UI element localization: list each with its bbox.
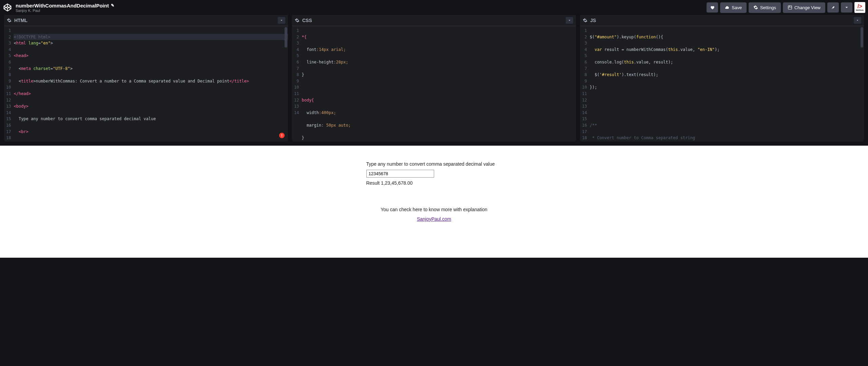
html-scrollbar[interactable] [285, 27, 287, 48]
edit-title-icon[interactable]: ✎ [111, 3, 114, 8]
js-gutter: 123456789101112131415161718192021 [580, 28, 590, 140]
css-title: CSS [302, 18, 312, 23]
user-avatar[interactable]: /> SKPAUL [854, 2, 865, 13]
pin-button[interactable] [827, 2, 839, 13]
css-gutter: 1234567891011121314 [292, 28, 302, 140]
result-label: Result [366, 180, 381, 186]
save-button[interactable]: Save [720, 2, 747, 13]
preview-footer-link[interactable]: SanjoyPaul.com [417, 216, 451, 222]
preview-footer-text: You can check here to know more with exp… [366, 205, 502, 214]
svg-rect-3 [788, 6, 792, 10]
js-editor-panel: JS 123456789101112131415161718192021 $("… [580, 15, 864, 142]
editors-row: HTML 1234567891011121314151617181920 <!D… [0, 15, 868, 146]
heart-button[interactable] [707, 2, 718, 13]
pen-author[interactable]: Sanjoy K. Paul [16, 8, 114, 13]
preview-intro-text: Type any number to convert comma separat… [366, 159, 502, 169]
html-gutter: 1234567891011121314151617181920 [4, 28, 14, 140]
css-collapse-button[interactable] [566, 17, 573, 24]
preview-pane: Type any number to convert comma separat… [0, 146, 868, 258]
html-editor-panel: HTML 1234567891011121314151617181920 <!D… [4, 15, 288, 142]
result-value: 1,23,45,678.00 [381, 180, 412, 186]
js-title: JS [590, 18, 596, 23]
js-scrollbar[interactable] [861, 27, 863, 48]
pen-title[interactable]: numberWithCommasAndDecimalPoint [16, 3, 109, 8]
codepen-logo-icon[interactable] [3, 3, 12, 12]
js-collapse-button[interactable] [854, 17, 861, 24]
html-collapse-button[interactable] [278, 17, 285, 24]
change-view-label: Change View [794, 5, 821, 10]
amount-input[interactable] [366, 170, 434, 178]
html-settings-icon[interactable] [7, 18, 12, 23]
avatar-label: SKPAUL [856, 9, 864, 11]
avatar-icon: /> [857, 4, 862, 9]
chevron-down-button[interactable] [841, 2, 852, 13]
html-code-area[interactable]: 1234567891011121314151617181920 <!DOCTYP… [4, 26, 288, 142]
app-header: numberWithCommasAndDecimalPoint ✎ Sanjoy… [0, 0, 868, 15]
css-settings-icon[interactable] [295, 18, 300, 23]
settings-label: Settings [760, 5, 776, 10]
change-view-button[interactable]: Change View [783, 2, 825, 13]
html-error-badge[interactable]: ! [279, 133, 285, 138]
js-settings-icon[interactable] [583, 18, 587, 23]
css-code-area[interactable]: 1234567891011121314 *{ font:14px arial; … [292, 26, 576, 142]
settings-button[interactable]: Settings [749, 2, 781, 13]
css-editor-panel: CSS 1234567891011121314 *{ font:14px ari… [292, 15, 576, 142]
js-code-area[interactable]: 123456789101112131415161718192021 $("#am… [580, 26, 864, 142]
html-title: HTML [14, 18, 27, 23]
save-label: Save [732, 5, 742, 10]
